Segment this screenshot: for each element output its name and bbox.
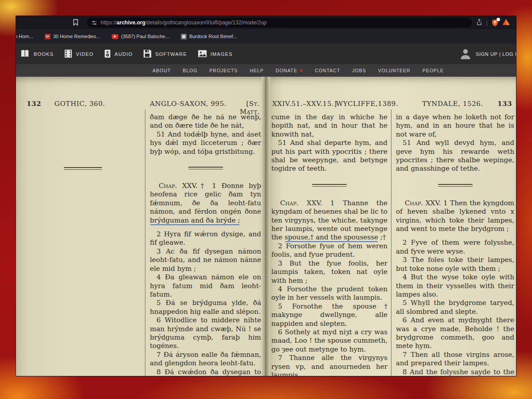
bookmark-item[interactable]: TF 30 Home Remedies...	[45, 34, 100, 39]
share-icon[interactable]	[476, 19, 482, 27]
youtube-favicon	[112, 34, 118, 39]
subnav-blog[interactable]: BLOG	[183, 68, 197, 73]
verse-paragraph: 5 Whyll the brydgrome taryed, all slombr…	[396, 299, 514, 316]
address-bar[interactable]: https://archive.org/details/gothicanglos…	[87, 18, 472, 27]
nav-images[interactable]: IMAGES	[198, 50, 233, 59]
section-divider	[188, 167, 223, 169]
bookmark-item[interactable]: (3587) Paul Baloche...	[112, 34, 169, 39]
subnav-donate[interactable]: DONATE♥	[276, 68, 303, 73]
toolbar-actions: |	[476, 16, 510, 29]
column-rule	[145, 110, 145, 376]
avatar-icon	[459, 47, 472, 61]
page-number-left: 132	[27, 100, 41, 108]
verse-paragraph: 3 But the fyue foolis, her laumpis taken…	[271, 259, 387, 285]
book-gutter	[262, 77, 270, 376]
browser-window: https://archive.org/details/gothicanglos…	[16, 16, 516, 376]
heart-icon: ♥	[300, 68, 303, 73]
verse-paragraph: 8 And the folysshe sayde to the wyse, Ge…	[396, 368, 514, 376]
verse-paragraph: 51 And todǽlþ hyne, and áset hys dǽl myd…	[150, 130, 261, 156]
nav-software[interactable]: SOFTWARE	[143, 49, 187, 59]
books-icon	[20, 49, 30, 59]
verse-paragraph: 5 Forsothe the spouse† makynge dwellynge…	[271, 302, 387, 328]
verse-paragraph: 3 The foles toke their lampes, but toke …	[396, 256, 514, 273]
section-divider	[64, 167, 102, 170]
bookmark-item[interactable]: Burdock Root Benef...	[181, 34, 237, 39]
verse-paragraph: 7 Then all those virgins arose, and prep…	[396, 351, 514, 368]
subnav-jobs[interactable]: JOBS	[352, 68, 366, 73]
verse-paragraph: 5 Ðá se brýdguma ylde, ðá hnappedon hig …	[150, 299, 261, 316]
verse-paragraph: cume in the day in whiche he hopith nat,…	[271, 113, 387, 139]
chapter-paragraph: Chap. XXV. 1 Then the kyngdom of heven s…	[396, 199, 514, 234]
pen-underline: spouse,† and the spousesse	[285, 233, 378, 241]
url-text: https://archive.org/details/gothicanglos…	[101, 20, 266, 26]
section-divider	[438, 184, 473, 187]
brave-shield-icon[interactable]	[492, 19, 498, 27]
subnav-help[interactable]: HELP	[250, 68, 263, 73]
verse-paragraph: 2 Forsothe fyue of hem weren foolis, and…	[271, 242, 387, 259]
page-favicon	[181, 34, 187, 39]
nav-audio[interactable]: AUDIO	[104, 49, 133, 59]
anglo-saxon-column-header: ANGLO-SAXON, 995.	[150, 100, 227, 108]
wycliffe-column-header: WYCLIFFE,1389.	[336, 100, 398, 108]
archive-subnav: ABOUT BLOG PROJECTS HELP DONATE♥ CONTACT…	[16, 64, 516, 77]
verse-paragraph: 3 Ac ða fif dysegan námon leoht-fatu, an…	[150, 247, 261, 273]
pen-underline: brýdguman and ða brýde ;	[150, 216, 240, 224]
chapter-paragraph: Chap. XXV.† 1 Ðonne byþ heofena rice gel…	[150, 182, 261, 225]
anglo-saxon-text-column: ðam dæge ðe he ná ne wénþ, and on ðære t…	[150, 113, 261, 376]
verse-paragraph: 51 And wyll devyd hym, and geve hym his …	[396, 139, 514, 173]
shield-badge	[497, 18, 500, 21]
verse-paragraph: 51 And shal departe hym, and put his par…	[271, 139, 387, 173]
tyndale-column-header: TYNDALE, 1526.	[420, 100, 485, 108]
toolbar-separator: |	[486, 20, 488, 26]
verse-paragraph: 6 And even at mydnyght there was a crye …	[396, 316, 514, 351]
warning-triangle-icon[interactable]	[502, 19, 510, 27]
browser-toolbar: https://archive.org/details/gothicanglos…	[16, 16, 516, 29]
chapter-paragraph: Chap. XXV. 1 Thanne the kyngdam of heuen…	[271, 199, 387, 242]
archive-header: BOOKS VIDEO AUDIO SOFTWARE	[16, 43, 516, 64]
verse-paragraph: 4 Forsothe the prudent token oyle in her…	[271, 285, 387, 302]
wycliffe-text-column: cume in the day in whiche he hopith nat,…	[271, 113, 387, 376]
page-number-right: 133	[497, 100, 512, 108]
section-divider	[312, 184, 347, 187]
bookmark-item[interactable]: m Hom...	[16, 34, 33, 39]
book-viewer[interactable]: 132 GOTHIC, 360. ANGLO-SAXON, 995. [St. …	[16, 77, 516, 376]
verse-paragraph: 4 But the wyse toke oyle with them in th…	[396, 273, 514, 299]
bookmark-icon[interactable]	[73, 19, 78, 27]
speaker-icon	[104, 49, 111, 59]
gothic-column-header: GOTHIC, 360.	[42, 100, 118, 108]
verse-paragraph: 8 Ðá cwǽdon ða dysegan to ðam wisum, Syl…	[150, 368, 261, 376]
verse-paragraph: 6 Sothely at myd niȝt a cry was maad, Lo…	[271, 328, 387, 354]
subnav-about[interactable]: ABOUT	[153, 68, 171, 73]
site-settings-icon[interactable]	[91, 20, 97, 26]
gothic-text-column	[23, 113, 143, 376]
subnav-projects[interactable]: PROJECTS	[209, 68, 238, 73]
nav-video[interactable]: VIDEO	[64, 49, 94, 59]
film-icon	[64, 49, 72, 59]
verse-paragraph: 4 Ða gleawan námon ele on hyra fatum mid…	[150, 273, 261, 299]
floppy-icon	[143, 49, 152, 59]
subnav-volunteer[interactable]: VOLUNTEER	[378, 68, 411, 73]
column-rule	[391, 110, 391, 376]
verse-paragraph: 7 Ðá áryson ealle ða fǽmnan, and glengdo…	[150, 351, 261, 368]
verse-paragraph: 2 Fyve of them were folysshe, and fyve w…	[396, 239, 514, 256]
verse-paragraph: 7 Thanne alle the virgynys rysen vp, and…	[271, 354, 387, 376]
section-reference: XXIV.51.–XXV.15.]	[272, 100, 337, 108]
subnav-people[interactable]: PEOPLE	[422, 68, 444, 73]
tf-favicon: TF	[45, 34, 51, 39]
auth-links[interactable]: SIGN UP | LOG IN	[459, 43, 516, 64]
tyndale-text-column: in a daye when he loketh not for hym, an…	[396, 113, 514, 376]
verse-paragraph: in a daye when he loketh not for hym, an…	[396, 113, 514, 139]
subnav-contact[interactable]: CONTACT	[315, 68, 340, 73]
images-icon	[198, 50, 207, 59]
desktop-frame: https://archive.org/details/gothicanglos…	[0, 0, 532, 399]
verse-paragraph: 6 Witodlice to middere nihte man hrýmde …	[150, 316, 261, 351]
verse-paragraph: ðam dæge ðe he ná ne wénþ, and on ðære t…	[150, 113, 261, 130]
nav-books[interactable]: BOOKS	[20, 49, 54, 59]
bookmarks-bar: m Hom... TF 30 Home Remedies... (3587) P…	[16, 29, 516, 43]
verse-paragraph: 2 Hyra fif wǽron dysige, and fif gleawe.	[150, 230, 261, 247]
